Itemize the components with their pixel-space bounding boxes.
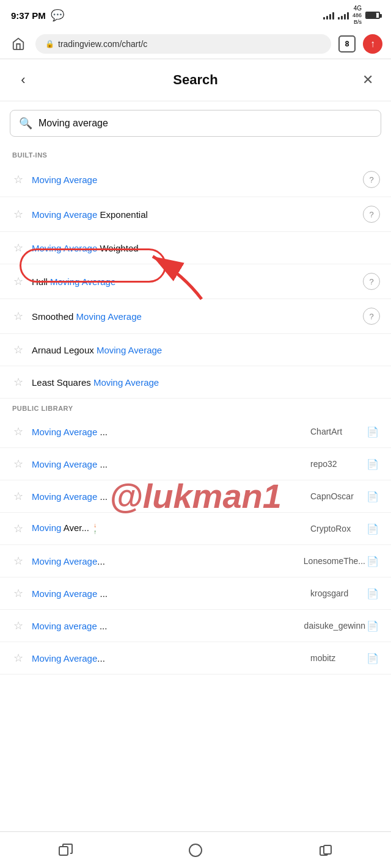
favorite-star-icon-5[interactable]: ☆ xyxy=(11,309,26,324)
search-input[interactable] xyxy=(38,118,372,129)
whatsapp-icon: 💬 xyxy=(51,9,64,22)
lock-icon: 🔒 xyxy=(45,40,54,48)
svg-rect-1 xyxy=(59,847,68,855)
url-text: tradingview.com/chart/c xyxy=(58,39,147,49)
favorite-star-icon[interactable]: ☆ xyxy=(11,172,26,187)
browser-recent-button[interactable] xyxy=(312,837,339,864)
public-library-section-header: PUBLIC LIBRARY xyxy=(0,399,391,416)
builtin-item-7[interactable]: ☆ Least Squares Moving Average xyxy=(0,366,391,399)
status-bar: 9:37 PM 💬 4G 486 B/s xyxy=(0,0,391,29)
battery-icon xyxy=(365,12,380,19)
tab-count-label: 8 xyxy=(345,40,349,48)
doc-icon-6: 📄 xyxy=(365,586,380,601)
doc-icon-1: 📄 xyxy=(365,424,380,439)
lib-author-8: mobitz xyxy=(310,653,365,663)
doc-icon-4: 📄 xyxy=(365,521,380,536)
close-icon: ✕ xyxy=(362,72,373,88)
update-button[interactable]: ↑ xyxy=(363,34,382,54)
lib-result-name-1: Moving Average ... xyxy=(32,427,304,437)
back-arrow-icon: ‹ xyxy=(21,72,25,88)
result-name-5: Smoothed Moving Average xyxy=(32,311,363,322)
results-container: BUILT-INS ☆ Moving Average ? ☆ Moving Av… xyxy=(0,145,391,675)
result-name-3: Moving Average Weighted xyxy=(32,243,380,253)
lib-result-name-4: Moving Aver... ↓ ↑ xyxy=(32,522,304,535)
search-icon: 🔍 xyxy=(19,117,32,130)
library-item-7[interactable]: ☆ Moving average ... daisuke_gewinn 📄 xyxy=(0,610,391,642)
svg-point-2 xyxy=(189,844,202,856)
lib-result-name-2: Moving Average ... xyxy=(32,459,304,469)
result-name-6: Arnaud Legoux Moving Average xyxy=(32,345,380,355)
browser-back-button[interactable] xyxy=(52,837,79,864)
browser-home-nav-button[interactable] xyxy=(182,837,209,864)
search-input-container[interactable]: 🔍 xyxy=(10,110,381,137)
result-name-4: Hull Moving Average xyxy=(32,277,363,287)
lib-author-4: CryptoRox xyxy=(310,524,365,533)
favorite-star-icon-4[interactable]: ☆ xyxy=(11,274,26,289)
doc-icon-7: 📄 xyxy=(365,618,380,633)
result-name-2: Moving Average Exponential xyxy=(32,209,363,220)
signal-strength2-icon xyxy=(338,11,349,20)
favorite-star-icon-lib6[interactable]: ☆ xyxy=(11,586,26,601)
info-icon-5[interactable]: ? xyxy=(363,308,380,325)
builtin-item-1[interactable]: ☆ Moving Average ? xyxy=(0,162,391,197)
lib-result-name-5: Moving Average... xyxy=(32,556,298,566)
favorite-star-icon-2[interactable]: ☆ xyxy=(11,207,26,222)
lib-result-name-6: Moving Average ... xyxy=(32,588,304,599)
lib-author-6: krogsgard xyxy=(310,588,365,598)
favorite-star-icon-lib5[interactable]: ☆ xyxy=(11,554,26,568)
search-panel-header: ‹ Search ✕ xyxy=(0,59,391,101)
result-name-1: Moving Average xyxy=(32,175,363,185)
svg-rect-4 xyxy=(324,845,331,854)
library-item-2[interactable]: ☆ Moving Average ... repo32 📄 xyxy=(0,448,391,480)
arrow-up-icon: ↑ xyxy=(370,38,375,49)
bottom-navigation xyxy=(0,831,391,868)
library-item-8[interactable]: ☆ Moving Average... mobitz 📄 xyxy=(0,642,391,675)
signal-strength-icon xyxy=(323,11,334,20)
favorite-star-icon-6[interactable]: ☆ xyxy=(11,342,26,357)
info-icon-2[interactable]: ? xyxy=(363,206,380,223)
library-item-5[interactable]: ☆ Moving Average... LonesomeThe... 📄 xyxy=(0,545,391,577)
back-button[interactable]: ‹ xyxy=(12,69,34,91)
lib-result-name-7: Moving average ... xyxy=(32,621,298,631)
time-display: 9:37 PM xyxy=(11,10,46,21)
info-icon-1[interactable]: ? xyxy=(363,171,380,188)
lib-author-3: CapnOscar xyxy=(310,491,365,501)
builtins-section-header: BUILT-INS xyxy=(0,145,391,162)
lib-author-5: LonesomeThe... xyxy=(304,556,365,566)
favorite-star-icon-3[interactable]: ☆ xyxy=(11,241,26,255)
lib-author-7: daisuke_gewinn xyxy=(304,621,365,631)
url-bar[interactable]: 🔒 tradingview.com/chart/c xyxy=(35,34,331,54)
favorite-star-icon-7[interactable]: ☆ xyxy=(11,375,26,389)
doc-icon-3: 📄 xyxy=(365,489,380,504)
browser-home-button[interactable] xyxy=(9,34,28,54)
info-icon-4[interactable]: ? xyxy=(363,273,380,290)
lib-result-name-3: Moving Average ... xyxy=(32,491,304,502)
builtin-item-6[interactable]: ☆ Arnaud Legoux Moving Average xyxy=(0,334,391,366)
browser-bar: 🔒 tradingview.com/chart/c 8 ↑ xyxy=(0,29,391,59)
doc-icon-2: 📄 xyxy=(365,457,380,471)
favorite-star-icon-lib2[interactable]: ☆ xyxy=(11,457,26,471)
builtin-item-5[interactable]: ☆ Smoothed Moving Average ? xyxy=(0,299,391,334)
lib-author-2: repo32 xyxy=(310,459,365,469)
doc-icon-8: 📄 xyxy=(365,651,380,665)
tab-count-button[interactable]: 8 xyxy=(338,35,356,52)
favorite-star-icon-lib4[interactable]: ☆ xyxy=(11,521,26,536)
favorite-star-icon-lib8[interactable]: ☆ xyxy=(11,651,26,665)
data-speed-display: 4G 486 B/s xyxy=(353,5,362,26)
builtin-item-4[interactable]: ☆ Hull Moving Average ? xyxy=(0,264,391,299)
builtin-item-2[interactable]: ☆ Moving Average Exponential ? xyxy=(0,197,391,232)
favorite-star-icon-lib7[interactable]: ☆ xyxy=(11,618,26,633)
library-item-4[interactable]: ☆ Moving Aver... ↓ ↑ CryptoRox 📄 xyxy=(0,513,391,545)
close-button[interactable]: ✕ xyxy=(357,69,379,91)
lib-author-1: ChartArt xyxy=(310,427,365,436)
builtin-item-3[interactable]: ☆ Moving Average Weighted xyxy=(0,232,391,264)
library-item-3[interactable]: ☆ Moving Average ... CapnOscar 📄 xyxy=(0,480,391,513)
doc-icon-5: 📄 xyxy=(365,554,380,568)
page-title: Search xyxy=(34,72,357,88)
result-name-7: Least Squares Moving Average xyxy=(32,377,380,388)
lib-result-name-8: Moving Average... xyxy=(32,653,304,664)
library-item-1[interactable]: ☆ Moving Average ... ChartArt 📄 xyxy=(0,416,391,448)
favorite-star-icon-lib3[interactable]: ☆ xyxy=(11,489,26,504)
favorite-star-icon-lib1[interactable]: ☆ xyxy=(11,424,26,439)
library-item-6[interactable]: ☆ Moving Average ... krogsgard 📄 xyxy=(0,577,391,610)
